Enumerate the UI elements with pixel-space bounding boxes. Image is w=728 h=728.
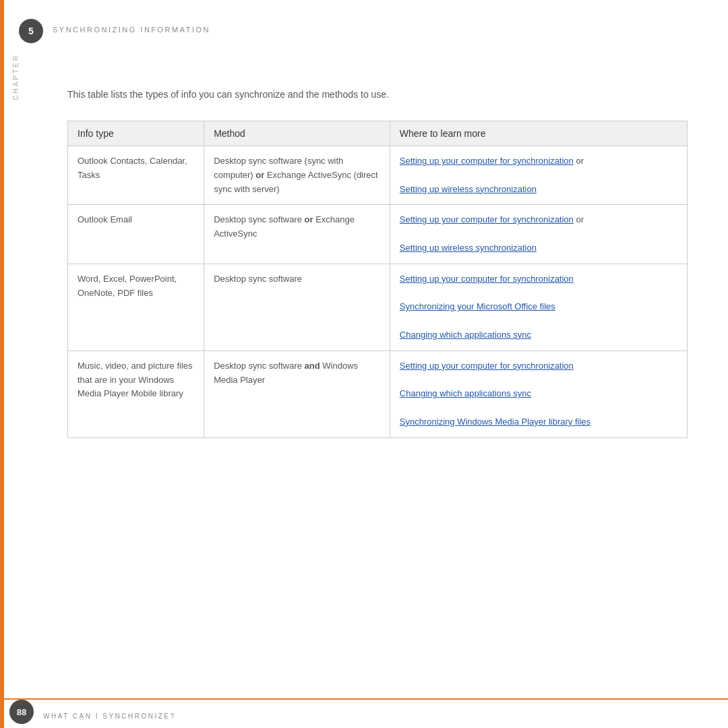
- table-row: Outlook Contacts, Calendar, Tasks Deskto…: [68, 146, 688, 205]
- sync-table: Info type Method Where to learn more Out…: [67, 121, 688, 438]
- cell-learn-more: Setting up your computer for synchroniza…: [390, 351, 687, 437]
- link-microsoft-office-files[interactable]: Synchronizing your Microsoft Office file…: [400, 301, 555, 311]
- link-wireless-sync-2[interactable]: Setting up wireless synchronization: [400, 243, 537, 253]
- link-changing-applications-2[interactable]: Changing which applications sync: [400, 388, 531, 398]
- bottom-bar: 88 WHAT CAN I SYNCHRONIZE?: [0, 698, 728, 728]
- cell-learn-more: Setting up your computer for synchroniza…: [390, 205, 687, 264]
- link-setting-up-computer-4[interactable]: Setting up your computer for synchroniza…: [400, 361, 574, 371]
- cell-info-type: Word, Excel, PowerPoint, OneNote, PDF fi…: [68, 264, 204, 351]
- cell-method: Desktop sync software: [204, 264, 390, 351]
- table-row: Word, Excel, PowerPoint, OneNote, PDF fi…: [68, 264, 688, 351]
- page-number-badge: 88: [9, 700, 34, 724]
- bottom-label: WHAT CAN I SYNCHRONIZE?: [43, 712, 176, 720]
- link-setting-up-computer-1[interactable]: Setting up your computer for synchroniza…: [400, 156, 574, 166]
- link-setting-up-computer-2[interactable]: Setting up your computer for synchroniza…: [400, 214, 574, 224]
- cell-method: Desktop sync software (sync with compute…: [204, 146, 390, 205]
- table-row: Music, video, and picture files that are…: [68, 351, 688, 437]
- page-number: 88: [17, 707, 26, 717]
- cell-method: Desktop sync software and Windows Media …: [204, 351, 390, 437]
- cell-learn-more: Setting up your computer for synchroniza…: [390, 146, 687, 205]
- header-method: Method: [204, 121, 390, 146]
- link-wireless-sync-1[interactable]: Setting up wireless synchronization: [400, 184, 537, 194]
- header-learn-more: Where to learn more: [390, 121, 687, 146]
- chapter-heading: SYNCHRONIZING INFORMATION: [53, 26, 210, 34]
- link-setting-up-computer-3[interactable]: Setting up your computer for synchroniza…: [400, 274, 574, 284]
- main-content: This table lists the types of info you c…: [67, 88, 688, 438]
- cell-info-type: Outlook Email: [68, 205, 204, 264]
- cell-info-type: Music, video, and picture files that are…: [68, 351, 204, 437]
- chapter-number: 5: [28, 26, 34, 36]
- cell-method: Desktop sync software or Exchange Active…: [204, 205, 390, 264]
- chapter-vertical-label: CHAPTER: [12, 54, 20, 100]
- table-row: Outlook Email Desktop sync software or E…: [68, 205, 688, 264]
- cell-learn-more: Setting up your computer for synchroniza…: [390, 264, 687, 351]
- header-info-type: Info type: [68, 121, 204, 146]
- link-changing-applications-1[interactable]: Changing which applications sync: [400, 330, 531, 340]
- intro-text: This table lists the types of info you c…: [67, 88, 688, 102]
- left-accent-bar: [0, 0, 4, 728]
- link-windows-media-player[interactable]: Synchronizing Windows Media Player libra…: [400, 417, 590, 427]
- cell-info-type: Outlook Contacts, Calendar, Tasks: [68, 146, 204, 205]
- chapter-badge: 5: [19, 19, 43, 43]
